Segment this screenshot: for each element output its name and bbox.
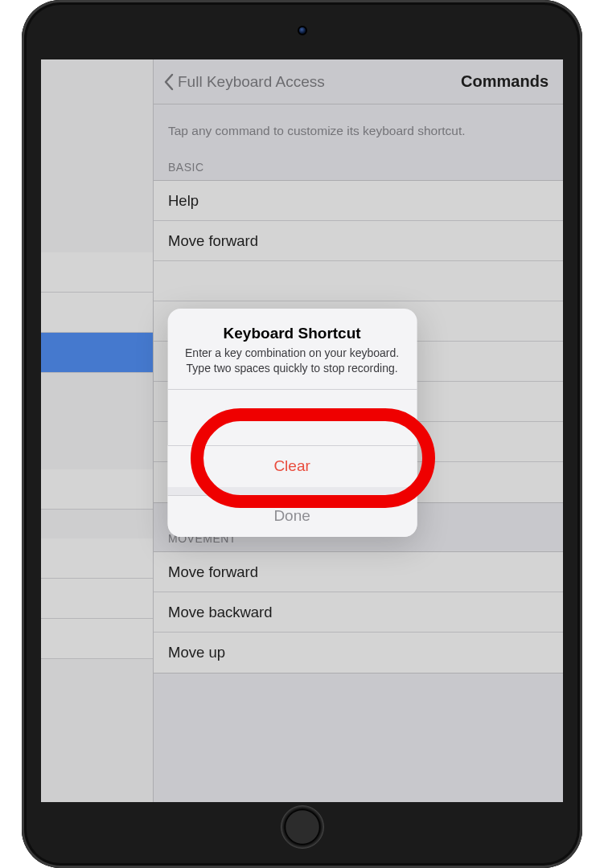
sidebar-item-selected[interactable] <box>41 333 153 373</box>
navigation-bar: Full Keyboard Access Commands <box>154 59 563 104</box>
sidebar-item[interactable] <box>41 579 153 619</box>
back-label: Full Keyboard Access <box>178 73 325 91</box>
dialog-title: Keyboard Shortcut <box>182 325 402 342</box>
command-row-move-forward[interactable]: Move forward <box>154 552 563 592</box>
settings-sidebar: ss ck de <box>41 59 154 802</box>
keyboard-shortcut-dialog: Keyboard Shortcut Enter a key combinatio… <box>167 309 417 537</box>
movement-list: Move forward Move backward Move up <box>154 551 563 674</box>
page-title: Commands <box>461 72 549 91</box>
command-row-help[interactable]: Help <box>154 181 563 221</box>
sidebar-item[interactable]: ss <box>41 252 153 293</box>
dialog-separator <box>167 487 417 495</box>
dialog-message: Enter a key combination on your keyboard… <box>182 346 402 376</box>
command-row-move-forward[interactable]: Move forward <box>154 221 563 261</box>
command-row-move-backward[interactable]: Move backward <box>154 592 563 633</box>
sidebar-item[interactable] <box>41 538 153 579</box>
ipad-frame: ss ck de Full Keyboard Access Commands <box>22 0 582 868</box>
back-button[interactable]: Full Keyboard Access <box>163 73 325 91</box>
sidebar-item[interactable]: de <box>41 469 153 510</box>
home-button[interactable] <box>281 805 324 849</box>
sidebar-item[interactable]: ck <box>41 293 153 333</box>
clear-button[interactable]: Clear <box>167 445 417 487</box>
hint-text: Tap any command to customize its keyboar… <box>154 124 563 161</box>
section-header-basic: BASIC <box>154 161 563 180</box>
done-button[interactable]: Done <box>167 495 417 537</box>
command-row[interactable] <box>154 261 563 301</box>
sidebar-item[interactable] <box>41 619 153 659</box>
chevron-left-icon <box>163 73 175 91</box>
command-row-move-up[interactable]: Move up <box>154 633 563 673</box>
shortcut-input-area[interactable] <box>167 389 417 445</box>
front-camera <box>298 26 307 35</box>
screen: ss ck de Full Keyboard Access Commands <box>41 59 563 802</box>
dialog-header: Keyboard Shortcut Enter a key combinatio… <box>167 309 417 389</box>
